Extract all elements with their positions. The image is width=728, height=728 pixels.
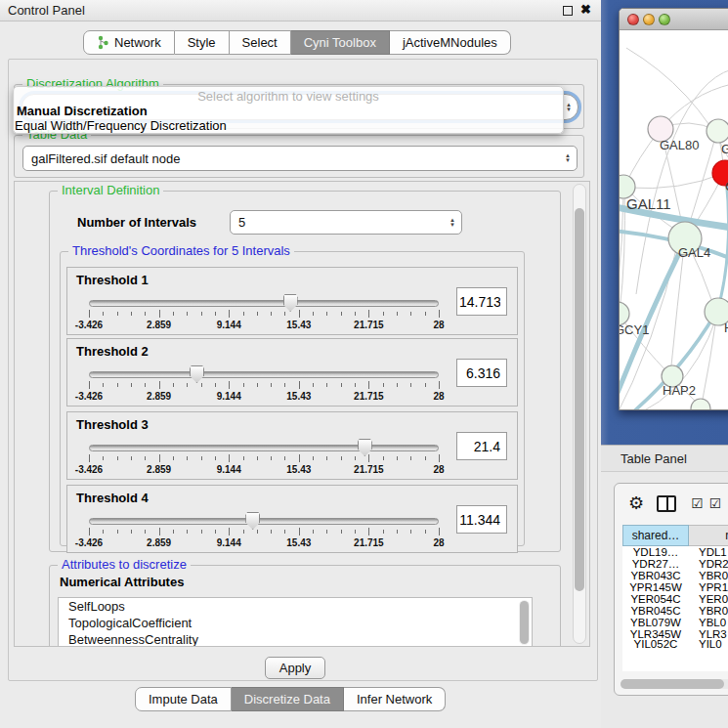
bottom-tabbar: Impute Data Discretize Data Infer Networ… bbox=[135, 687, 446, 711]
table-row[interactable]: YPR145WYPR1 bbox=[622, 581, 728, 593]
slider-tick-labels: -3.426 2.859 9.144 15.43 21.715 28 bbox=[89, 537, 439, 548]
close-traffic-light-icon[interactable] bbox=[627, 14, 639, 25]
list-item[interactable]: SelfLoops bbox=[59, 598, 532, 615]
network-canvas[interactable]: GAL80 GA C GAL11 GAL4 GCY1 H HAP2 bbox=[620, 30, 728, 410]
threshold-value-field[interactable] bbox=[456, 432, 507, 460]
node-table: shared… n YDL19…YDL1 YDR27…YDR2 YBR043CY… bbox=[622, 525, 728, 671]
minimize-traffic-light-icon[interactable] bbox=[643, 14, 655, 25]
tab-cyni-toolbox[interactable]: Cyni Toolbox bbox=[291, 30, 390, 55]
thresholds-title: Threshold's Coordinates for 5 Intervals bbox=[68, 243, 294, 258]
table-row[interactable]: YBR043CYBR0 bbox=[622, 570, 728, 581]
tab-style[interactable]: Style bbox=[175, 30, 230, 55]
slider-ticks bbox=[89, 381, 439, 390]
table-toolbar: ⚙ ☑ ☑ bbox=[615, 484, 728, 523]
numerical-attributes-label: Numerical Attributes bbox=[60, 575, 184, 589]
network-window-titlebar[interactable] bbox=[620, 9, 728, 30]
list-item[interactable]: TopologicalCoefficient bbox=[59, 615, 532, 631]
table-row[interactable]: YIL052CYIL0 bbox=[622, 640, 728, 648]
table-data-combobox[interactable]: galFiltered.sif default node ▲▼ bbox=[22, 146, 578, 171]
network-graph: GAL80 GA C GAL11 GAL4 GCY1 H HAP2 bbox=[620, 30, 728, 410]
threshold-value-field[interactable] bbox=[456, 287, 507, 316]
network-icon bbox=[97, 35, 109, 50]
threshold-1-slider[interactable]: -3.426 2.859 9.144 15.43 21.715 28 bbox=[89, 300, 439, 329]
tab-jactivemnodules[interactable]: jActiveMNodules bbox=[390, 30, 511, 55]
node-label: GA bbox=[721, 142, 728, 156]
combo-spinner-icon[interactable]: ▲▼ bbox=[565, 153, 571, 163]
threshold-label: Threshold 3 bbox=[76, 417, 149, 432]
popup-option-equal-width-frequency[interactable]: Equal Width/Frequency Discretization bbox=[15, 118, 227, 133]
table-container: ⚙ ☑ ☑ shared… n YDL19…YDL1 YDR27…YDR2 YB… bbox=[614, 483, 728, 696]
threshold-2-box: Threshold 2 -3.426 2.859 9.144 15.43 21.… bbox=[66, 338, 518, 407]
columns-icon[interactable] bbox=[657, 495, 676, 512]
tab-discretize-data[interactable]: Discretize Data bbox=[232, 687, 344, 711]
slider-track[interactable] bbox=[89, 518, 439, 525]
cyni-panel: Discretization Algorithm ▲▼ Table Data g… bbox=[8, 59, 598, 681]
select-all-checkbox-icon[interactable]: ☑ bbox=[691, 495, 704, 511]
thresholds-group: Threshold's Coordinates for 5 Intervals … bbox=[60, 251, 525, 546]
node-label: HAP2 bbox=[663, 383, 696, 398]
threshold-value-field[interactable] bbox=[456, 505, 507, 534]
tab-label: Infer Network bbox=[357, 692, 432, 707]
popup-prompt: Select algorithm to view settings bbox=[14, 89, 563, 104]
threshold-2-slider[interactable]: -3.426 2.859 9.144 15.43 21.715 28 bbox=[89, 371, 439, 401]
apply-button[interactable]: Apply bbox=[265, 657, 325, 679]
combo-spinner-icon[interactable]: ▲▼ bbox=[566, 103, 572, 112]
close-icon[interactable]: ✖ bbox=[580, 2, 591, 17]
slider-track[interactable] bbox=[89, 371, 439, 378]
threshold-value-field[interactable] bbox=[456, 359, 507, 387]
node-label: GAL11 bbox=[626, 195, 671, 212]
zoom-traffic-light-icon[interactable] bbox=[659, 14, 670, 25]
table-row[interactable]: YDR27…YDR2 bbox=[622, 558, 728, 570]
column-header-shared-name[interactable]: shared… bbox=[622, 525, 689, 546]
slider-track[interactable] bbox=[89, 300, 439, 307]
attributes-title: Attributes to discretize bbox=[58, 557, 191, 572]
list-scrollbar[interactable] bbox=[519, 600, 530, 645]
popup-option-manual-discretization[interactable]: Manual Discretization bbox=[17, 104, 148, 118]
tab-label: Style bbox=[188, 35, 216, 50]
tab-network[interactable]: Network bbox=[83, 30, 175, 55]
tab-select[interactable]: Select bbox=[230, 30, 291, 55]
table-horizontal-scrollbar[interactable] bbox=[621, 679, 728, 689]
settings-viewport: Interval Definition Number of Intervals … bbox=[14, 181, 590, 647]
number-of-intervals-label: Number of Intervals bbox=[77, 215, 196, 230]
threshold-3-box: Threshold 3 -3.426 2.859 9.144 15.43 21.… bbox=[66, 411, 518, 480]
threshold-label: Threshold 2 bbox=[76, 344, 149, 359]
table-data-group: Table Data galFiltered.sif default node … bbox=[14, 135, 584, 178]
gear-icon[interactable]: ⚙ bbox=[628, 494, 644, 512]
select-none-checkbox-icon[interactable]: ☑ bbox=[709, 495, 722, 511]
slider-tick-labels: -3.426 2.859 9.144 15.43 21.715 28 bbox=[89, 464, 439, 475]
number-of-intervals-combobox[interactable]: 5 ▲▼ bbox=[230, 210, 462, 235]
table-row[interactable]: YBR045CYBR0 bbox=[622, 605, 728, 617]
table-row[interactable]: YBL079WYBL0 bbox=[622, 617, 728, 628]
node-label: H bbox=[724, 321, 728, 335]
slider-track[interactable] bbox=[89, 445, 439, 451]
tab-infer-network[interactable]: Infer Network bbox=[344, 687, 446, 711]
slider-tick-labels: -3.426 2.859 9.144 15.43 21.715 28 bbox=[89, 391, 439, 402]
slider-tick-labels: -3.426 2.859 9.144 15.43 21.715 28 bbox=[89, 320, 439, 330]
network-window[interactable]: GAL80 GA C GAL11 GAL4 GCY1 H HAP2 bbox=[619, 8, 728, 410]
table-panel-body: ⚙ ☑ ☑ shared… n YDL19…YDL1 YDR27…YDR2 YB… bbox=[601, 472, 728, 728]
threshold-label: Threshold 4 bbox=[76, 491, 149, 505]
tab-label: Network bbox=[114, 35, 161, 50]
float-window-icon[interactable] bbox=[563, 6, 573, 16]
list-item[interactable]: BetweennessCentrality bbox=[59, 631, 532, 647]
tab-label: Impute Data bbox=[149, 692, 218, 707]
threshold-3-slider[interactable]: -3.426 2.859 9.144 15.43 21.715 28 bbox=[89, 445, 439, 474]
table-header-row: shared… n bbox=[622, 525, 728, 546]
table-row[interactable]: YER054CYER0 bbox=[622, 593, 728, 605]
settings-scrollbar[interactable] bbox=[573, 184, 586, 644]
column-header-name[interactable]: n bbox=[689, 525, 728, 546]
interval-definition-title: Interval Definition bbox=[58, 183, 163, 197]
tab-impute-data[interactable]: Impute Data bbox=[135, 687, 232, 711]
threshold-1-box: Threshold 1 -3.426 2.859 9.144 15.43 21.… bbox=[66, 267, 518, 335]
combo-spinner-icon[interactable]: ▲▼ bbox=[450, 218, 455, 228]
threshold-4-box: Threshold 4 -3.426 2.859 9.144 15.43 21.… bbox=[66, 485, 518, 553]
slider-ticks bbox=[89, 528, 439, 536]
tab-label: Discretize Data bbox=[244, 692, 330, 707]
control-panel-title: Control Panel bbox=[8, 3, 85, 18]
node-label: GAL80 bbox=[660, 138, 699, 152]
table-row[interactable]: YDL19…YDL1 bbox=[622, 546, 728, 558]
threshold-4-slider[interactable]: -3.426 2.859 9.144 15.43 21.715 28 bbox=[89, 518, 439, 547]
number-of-intervals-value: 5 bbox=[238, 215, 245, 230]
table-row[interactable]: YLR345WYLR3 bbox=[622, 628, 728, 640]
